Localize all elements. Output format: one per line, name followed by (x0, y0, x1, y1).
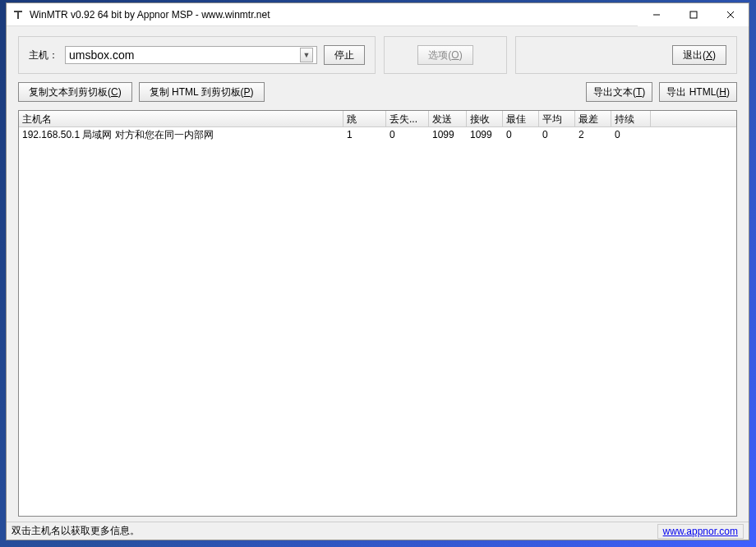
top-row: 主机： umsbox.com ▼ 停止 选项(O) 退出(X) (18, 36, 737, 74)
options-button[interactable]: 选项(O) (417, 45, 472, 65)
appnor-link[interactable]: www.appnor.com (657, 524, 744, 539)
toolbar-row: 复制文本到剪切板(C) 复制 HTML 到剪切板(P) 导出文本(T) 导出 H… (18, 82, 737, 102)
maximize-button[interactable] (675, 3, 712, 26)
svg-rect-3 (690, 11, 697, 18)
exit-group: 退出(X) (515, 36, 737, 74)
minimize-button[interactable] (638, 3, 675, 26)
statusbar: 双击主机名以获取更多信息。 www.appnor.com (7, 522, 749, 540)
content-area: 主机： umsbox.com ▼ 停止 选项(O) 退出(X) 复制文本到剪切板… (7, 26, 749, 522)
cell-sent: 1099 (429, 128, 467, 141)
col-best[interactable]: 最佳 (503, 111, 539, 126)
exit-button[interactable]: 退出(X) (672, 45, 726, 65)
cell-best: 0 (503, 128, 539, 141)
titlebar[interactable]: WinMTR v0.92 64 bit by Appnor MSP - www.… (7, 3, 749, 26)
col-last[interactable]: 持续 (611, 111, 651, 126)
cell-recv: 1099 (467, 128, 503, 141)
cell-last: 0 (611, 128, 651, 141)
cell-loss: 0 (386, 128, 429, 141)
col-hop[interactable]: 跳 (343, 111, 386, 126)
table-row[interactable]: 192.168.50.1 局域网 对方和您在同一内部网 1 0 1099 109… (19, 127, 736, 142)
col-avg[interactable]: 平均 (539, 111, 575, 126)
col-host[interactable]: 主机名 (19, 111, 343, 126)
cell-host: 192.168.50.1 局域网 对方和您在同一内部网 (19, 127, 343, 143)
stop-button[interactable]: 停止 (324, 45, 365, 65)
close-button[interactable] (712, 3, 749, 26)
copy-text-button[interactable]: 复制文本到剪切板(C) (18, 82, 132, 102)
export-text-button[interactable]: 导出文本(T) (586, 82, 652, 102)
host-value: umsbox.com (69, 48, 300, 62)
col-worst[interactable]: 最差 (575, 111, 611, 126)
cell-worst: 2 (575, 128, 611, 141)
cell-hop: 1 (343, 128, 386, 141)
trace-table: 主机名 跳 丢失... 发送 接收 最佳 平均 最差 持续 192.168.50… (18, 110, 737, 517)
status-message: 双击主机名以获取更多信息。 (12, 524, 657, 538)
host-combobox[interactable]: umsbox.com ▼ (65, 46, 317, 64)
col-recv[interactable]: 接收 (467, 111, 503, 126)
chevron-down-icon[interactable]: ▼ (300, 48, 313, 62)
host-group: 主机： umsbox.com ▼ 停止 (18, 36, 376, 74)
host-label: 主机： (29, 48, 58, 62)
app-icon (12, 8, 25, 21)
cell-avg: 0 (539, 128, 575, 141)
table-body: 192.168.50.1 局域网 对方和您在同一内部网 1 0 1099 109… (19, 127, 736, 142)
col-loss[interactable]: 丢失... (386, 111, 429, 126)
app-window: WinMTR v0.92 64 bit by Appnor MSP - www.… (6, 2, 749, 540)
export-html-button[interactable]: 导出 HTML(H) (659, 82, 737, 102)
col-sent[interactable]: 发送 (429, 111, 467, 126)
copy-html-button[interactable]: 复制 HTML 到剪切板(P) (139, 82, 265, 102)
table-header: 主机名 跳 丢失... 发送 接收 最佳 平均 最差 持续 (19, 111, 736, 127)
options-group: 选项(O) (384, 36, 507, 74)
svg-rect-1 (17, 11, 19, 19)
window-title: WinMTR v0.92 64 bit by Appnor MSP - www.… (30, 9, 638, 21)
window-controls (638, 3, 749, 25)
